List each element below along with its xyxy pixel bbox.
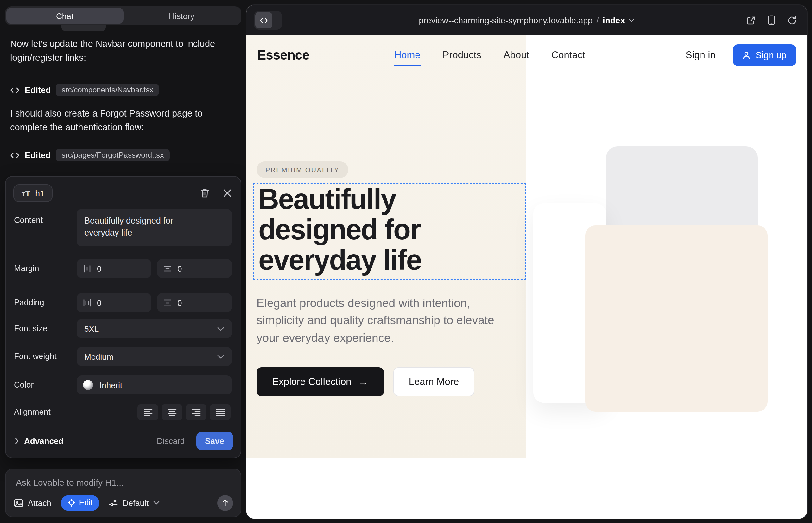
- save-button[interactable]: Save: [196, 432, 233, 450]
- arrow-up-icon: [222, 499, 229, 507]
- composer-input[interactable]: Ask Lovable to modify H1...: [16, 477, 124, 488]
- chat-history-tabs: Chat History: [5, 6, 241, 25]
- element-editor-panel: TT h1 Content Beautifully designed for e…: [5, 176, 241, 458]
- chevron-down-icon: [217, 326, 224, 331]
- horizontal-padding-icon: [83, 299, 91, 307]
- sign-up-button[interactable]: Sign up: [733, 44, 796, 66]
- chevron-down-icon: [153, 501, 159, 505]
- font-weight-label: Font weight: [14, 351, 56, 361]
- site-canvas: Essence Home Products About Contact Sign…: [246, 35, 807, 519]
- learn-more-button[interactable]: Learn More: [393, 367, 474, 396]
- font-weight-select[interactable]: Medium: [77, 347, 232, 366]
- color-select[interactable]: Inherit: [77, 376, 232, 395]
- file-chip[interactable]: src/components/Navbar.tsx: [56, 84, 159, 96]
- hero-headline[interactable]: Beautifully designed for everyday life: [259, 184, 520, 276]
- tab-chat[interactable]: Chat: [6, 7, 123, 24]
- url-separator: /: [596, 16, 599, 25]
- code-icon: [10, 151, 20, 159]
- edited-label: Edited: [25, 150, 51, 160]
- padding-y-input[interactable]: 0: [157, 293, 232, 312]
- chat-panel: Chat History Now let's update the Navbar…: [0, 0, 246, 523]
- edited-label: Edited: [25, 85, 51, 95]
- user-icon: [742, 51, 751, 59]
- attach-image-icon: [14, 499, 23, 507]
- mobile-view-icon[interactable]: [768, 15, 775, 25]
- assistant-message: Now let's update the Navbar component to…: [10, 37, 226, 65]
- site-navbar: Essence Home Products About Contact Sign…: [246, 35, 807, 75]
- decorative-card-cream: [585, 226, 768, 412]
- advanced-toggle[interactable]: Advanced: [15, 436, 63, 446]
- chevron-down-icon: [628, 18, 634, 22]
- url-bar[interactable]: preview--charming-site-symphony.lovable.…: [246, 5, 807, 35]
- align-right-button[interactable]: [186, 404, 207, 420]
- open-external-icon[interactable]: [746, 16, 756, 25]
- close-icon[interactable]: [223, 189, 232, 198]
- assistant-message: I should also create a Forgot Password p…: [10, 106, 226, 135]
- selected-element-badge: TT h1: [13, 184, 53, 202]
- element-tag-label: h1: [35, 188, 45, 198]
- hero-subtext: Elegant products designed with intention…: [257, 294, 512, 346]
- model-select[interactable]: Default: [109, 498, 159, 507]
- preview-window: preview--charming-site-symphony.lovable.…: [246, 5, 807, 519]
- premium-quality-badge: PREMIUM QUALITY: [257, 161, 348, 178]
- sliders-icon: [109, 499, 118, 507]
- discard-button[interactable]: Discard: [157, 436, 184, 446]
- code-icon: [10, 86, 20, 94]
- margin-x-input[interactable]: 0: [77, 259, 152, 278]
- font-size-select[interactable]: 5XL: [77, 319, 232, 338]
- chevron-down-icon: [217, 354, 224, 359]
- vertical-spacing-icon: [163, 264, 172, 273]
- text-type-icon: TT: [21, 188, 30, 198]
- align-justify-button[interactable]: [210, 404, 231, 420]
- scrolled-chip: [61, 25, 106, 31]
- tab-history[interactable]: History: [123, 7, 240, 24]
- margin-y-input[interactable]: 0: [157, 259, 232, 278]
- color-swatch-icon: [83, 380, 93, 390]
- sign-in-link[interactable]: Sign in: [686, 49, 716, 61]
- content-input[interactable]: Beautifully designed for everyday life: [77, 209, 232, 246]
- edit-target-icon: [68, 499, 75, 507]
- preview-url: preview--charming-site-symphony.lovable.…: [419, 16, 593, 25]
- explore-collection-button[interactable]: Explore Collection →: [257, 367, 384, 396]
- content-label: Content: [14, 215, 43, 225]
- chat-composer[interactable]: Ask Lovable to modify H1... Attach Edit: [5, 469, 241, 517]
- selected-element-outline[interactable]: Beautifully designed for everyday life: [253, 183, 526, 280]
- edit-mode-button[interactable]: Edit: [61, 495, 100, 511]
- edited-file-row: Edited src/pages/ForgotPassword.tsx: [10, 148, 170, 162]
- margin-label: Margin: [14, 264, 39, 273]
- arrow-right-icon: →: [358, 376, 368, 387]
- padding-x-input[interactable]: 0: [77, 293, 152, 312]
- route-selector[interactable]: index: [603, 16, 625, 25]
- site-logo[interactable]: Essence: [257, 48, 310, 63]
- color-label: Color: [14, 380, 34, 390]
- nav-link-about[interactable]: About: [504, 49, 529, 61]
- align-center-button[interactable]: [161, 404, 182, 420]
- file-chip[interactable]: src/pages/ForgotPassword.tsx: [56, 149, 170, 161]
- edited-file-row: Edited src/components/Navbar.tsx: [10, 83, 159, 97]
- align-left-button[interactable]: [138, 404, 158, 420]
- padding-label: Padding: [14, 297, 44, 307]
- send-button[interactable]: [217, 495, 233, 511]
- font-size-label: Font size: [14, 324, 48, 333]
- preview-topbar: preview--charming-site-symphony.lovable.…: [246, 5, 807, 35]
- nav-link-contact[interactable]: Contact: [551, 49, 585, 61]
- vertical-padding-icon: [163, 299, 172, 307]
- alignment-label: Alignment: [14, 407, 51, 417]
- trash-icon[interactable]: [200, 188, 210, 198]
- nav-link-home[interactable]: Home: [394, 49, 421, 61]
- nav-link-products[interactable]: Products: [443, 49, 481, 61]
- attach-button[interactable]: Attach: [14, 498, 51, 507]
- refresh-icon[interactable]: [787, 16, 797, 25]
- horizontal-spacing-icon: [83, 264, 91, 273]
- chevron-right-icon: [15, 437, 19, 444]
